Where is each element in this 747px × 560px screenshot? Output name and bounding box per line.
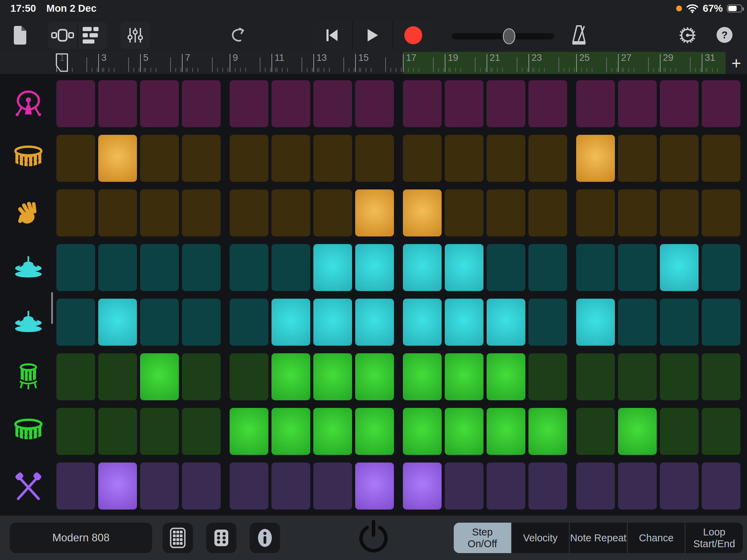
step-cell[interactable] bbox=[618, 299, 657, 346]
step-cell[interactable] bbox=[56, 189, 95, 236]
step-cell[interactable] bbox=[528, 353, 567, 400]
step-cell[interactable] bbox=[56, 408, 95, 455]
step-cell[interactable] bbox=[445, 244, 483, 291]
step-cell[interactable] bbox=[98, 135, 137, 182]
step-cell[interactable] bbox=[271, 244, 310, 291]
step-cell[interactable] bbox=[182, 189, 221, 236]
track-controls-button[interactable] bbox=[120, 21, 150, 49]
step-cell[interactable] bbox=[230, 244, 268, 291]
step-cell[interactable] bbox=[403, 299, 442, 346]
step-cell[interactable] bbox=[403, 244, 442, 291]
step-cell[interactable] bbox=[182, 408, 221, 455]
step-cell[interactable] bbox=[487, 408, 525, 455]
pads-view-button[interactable] bbox=[163, 523, 193, 553]
step-cell[interactable] bbox=[403, 189, 442, 236]
step-cell[interactable] bbox=[182, 135, 221, 182]
step-cell[interactable] bbox=[445, 463, 483, 510]
step-cell[interactable] bbox=[618, 135, 657, 182]
step-cell[interactable] bbox=[271, 80, 310, 127]
step-cell[interactable] bbox=[140, 244, 179, 291]
step-cell[interactable] bbox=[660, 353, 699, 400]
step-cell[interactable] bbox=[403, 463, 442, 510]
step-cell[interactable] bbox=[576, 353, 615, 400]
step-cell[interactable] bbox=[98, 408, 137, 455]
step-cell[interactable] bbox=[660, 408, 699, 455]
step-cell[interactable] bbox=[98, 80, 137, 127]
step-cell[interactable] bbox=[702, 189, 740, 236]
step-cell[interactable] bbox=[445, 189, 483, 236]
power-button[interactable] bbox=[356, 518, 391, 558]
step-cell[interactable] bbox=[618, 463, 657, 510]
step-cell[interactable] bbox=[618, 353, 657, 400]
step-cell[interactable] bbox=[528, 135, 567, 182]
step-cell[interactable] bbox=[445, 299, 483, 346]
step-cell[interactable] bbox=[140, 189, 179, 236]
step-cell[interactable] bbox=[445, 80, 483, 127]
step-cell[interactable] bbox=[702, 299, 740, 346]
go-to-beginning-button[interactable] bbox=[312, 21, 352, 49]
step-cell[interactable] bbox=[230, 299, 268, 346]
step-cell[interactable] bbox=[403, 353, 442, 400]
step-cell[interactable] bbox=[702, 135, 740, 182]
step-cell[interactable] bbox=[660, 244, 699, 291]
step-cell[interactable] bbox=[355, 244, 394, 291]
step-cell[interactable] bbox=[702, 408, 740, 455]
step-cell[interactable] bbox=[271, 463, 310, 510]
step-cell[interactable] bbox=[487, 463, 525, 510]
step-cell[interactable] bbox=[355, 80, 394, 127]
step-cell[interactable] bbox=[618, 189, 657, 236]
help-button[interactable]: ? bbox=[717, 27, 732, 43]
tracks-view-button[interactable] bbox=[77, 21, 107, 49]
play-button[interactable] bbox=[352, 21, 393, 49]
step-cell[interactable] bbox=[702, 463, 740, 510]
step-cell[interactable] bbox=[182, 299, 221, 346]
info-button[interactable] bbox=[250, 523, 280, 553]
step-cell[interactable] bbox=[98, 299, 137, 346]
step-cell[interactable] bbox=[445, 135, 483, 182]
step-cell[interactable] bbox=[98, 189, 137, 236]
step-cell[interactable] bbox=[445, 408, 483, 455]
step-cell[interactable] bbox=[56, 463, 95, 510]
mode-tab-loop-start-end[interactable]: Loop Start/End bbox=[685, 523, 743, 553]
step-cell[interactable] bbox=[660, 189, 699, 236]
step-cell[interactable] bbox=[576, 299, 615, 346]
step-cell[interactable] bbox=[182, 80, 221, 127]
randomize-button[interactable] bbox=[206, 523, 237, 553]
step-cell[interactable] bbox=[576, 244, 615, 291]
step-cell[interactable] bbox=[271, 135, 310, 182]
step-cell[interactable] bbox=[140, 408, 179, 455]
clap-icon[interactable] bbox=[0, 189, 56, 236]
step-cell[interactable] bbox=[98, 463, 137, 510]
step-cell[interactable] bbox=[313, 80, 352, 127]
step-cell[interactable] bbox=[528, 80, 567, 127]
hihat-icon[interactable] bbox=[0, 244, 56, 291]
step-cell[interactable] bbox=[576, 408, 615, 455]
step-cell[interactable] bbox=[98, 353, 137, 400]
step-cell[interactable] bbox=[230, 408, 268, 455]
step-cell[interactable] bbox=[702, 244, 740, 291]
step-cell[interactable] bbox=[313, 408, 352, 455]
kick-drum-icon[interactable] bbox=[0, 80, 56, 127]
step-cell[interactable] bbox=[230, 135, 268, 182]
step-cell[interactable] bbox=[140, 80, 179, 127]
step-cell[interactable] bbox=[313, 189, 352, 236]
step-cell[interactable] bbox=[618, 408, 657, 455]
step-cell[interactable] bbox=[56, 353, 95, 400]
step-cell[interactable] bbox=[660, 463, 699, 510]
step-cell[interactable] bbox=[313, 463, 352, 510]
step-cell[interactable] bbox=[56, 244, 95, 291]
conga-icon[interactable] bbox=[0, 353, 56, 400]
mallets-icon[interactable] bbox=[0, 463, 56, 510]
step-cell[interactable] bbox=[230, 463, 268, 510]
step-cell[interactable] bbox=[56, 80, 95, 127]
mode-tab-chance[interactable]: Chance bbox=[627, 523, 685, 553]
hihat-icon[interactable] bbox=[0, 299, 56, 346]
undo-button[interactable] bbox=[227, 21, 249, 49]
step-cell[interactable] bbox=[403, 80, 442, 127]
step-cell[interactable] bbox=[313, 244, 352, 291]
step-cell[interactable] bbox=[528, 189, 567, 236]
snare-drum-icon[interactable] bbox=[0, 408, 56, 455]
step-cell[interactable] bbox=[271, 299, 310, 346]
step-cell[interactable] bbox=[98, 244, 137, 291]
step-cell[interactable] bbox=[487, 80, 525, 127]
